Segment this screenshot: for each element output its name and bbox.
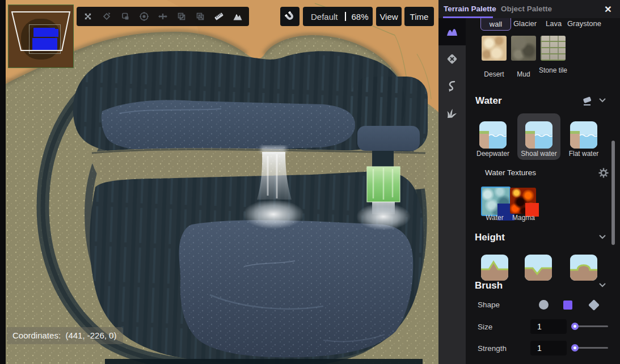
water-collapse-chevron-icon[interactable] [598, 98, 606, 103]
minimap-camera-frustum [9, 5, 73, 67]
tab-terrain-palette[interactable]: Terrain Palette [444, 0, 496, 18]
terrain-tile-label: Desert [479, 70, 509, 78]
water-item-label: Flat water [561, 150, 606, 158]
time-button[interactable]: Time [404, 7, 434, 26]
gear-icon[interactable] [598, 167, 609, 179]
eraser-icon[interactable] [581, 94, 594, 107]
path-icon [445, 79, 459, 93]
zoom-preset-label[interactable]: Default [311, 12, 338, 22]
brush-size-slider-knob[interactable] [571, 323, 579, 330]
sidetab-terrain[interactable] [438, 18, 466, 45]
brush-size-label: Size [478, 323, 492, 331]
height-collapse-chevron-icon[interactable] [598, 234, 606, 239]
close-icon[interactable]: × [602, 2, 614, 16]
water-textures-title: Water Textures [485, 168, 536, 177]
terrain-label-lava[interactable]: Lava [546, 19, 562, 28]
zoom-separator [345, 12, 346, 21]
brush-strength-label: Strength [478, 344, 507, 353]
magnet-icon [284, 11, 296, 22]
palette-panel: Terrain Palette Object Palette × [438, 0, 620, 364]
rotate-icon[interactable] [102, 11, 112, 22]
terrain-label-glacier[interactable]: Glacier [513, 19, 537, 28]
tiles-diamond-icon [445, 52, 459, 66]
water-texture-label: Magma [508, 214, 539, 222]
map-canvas[interactable]: Default 68% View Time Coordinates: (441,… [0, 0, 438, 364]
time-button-label: Time [410, 12, 429, 22]
tab-object-palette[interactable]: Object Palette [501, 0, 552, 18]
zoom-value[interactable]: 68% [352, 12, 369, 22]
layer-swap-alt-icon[interactable] [195, 11, 205, 22]
palette-header: Terrain Palette Object Palette × [438, 0, 620, 18]
water-item-shoal-water[interactable] [525, 121, 552, 149]
terrain-mountain-icon [445, 25, 459, 39]
move-icon[interactable] [83, 11, 93, 22]
ruler-icon[interactable] [214, 11, 224, 22]
brush-collapse-chevron-icon[interactable] [598, 282, 606, 287]
brush-shape-label: Shape [478, 300, 500, 309]
terrain-tile-label: Stone tile [538, 66, 568, 74]
brush-shape-square[interactable] [563, 300, 572, 310]
terrain-tile-desert[interactable] [482, 36, 507, 61]
app-window: Default 68% View Time Coordinates: (441,… [0, 0, 620, 364]
globe-icon[interactable] [139, 11, 149, 22]
sidetab-grass[interactable] [438, 100, 466, 127]
layer-swap-icon[interactable] [176, 11, 187, 22]
copy-icon[interactable] [120, 11, 130, 22]
palette-side-strip [438, 18, 466, 364]
brush-size-input[interactable] [530, 319, 567, 334]
brush-shape-circle[interactable] [539, 300, 549, 310]
sidetab-tiles[interactable] [438, 45, 466, 73]
water-section-title: Water [475, 95, 502, 107]
water-item-flat-water[interactable] [570, 121, 597, 149]
snap-button[interactable] [280, 7, 300, 26]
view-button-label: View [379, 12, 398, 22]
mountain-icon[interactable] [233, 11, 243, 22]
minimap[interactable] [8, 5, 74, 68]
zoom-control[interactable]: Default 68% [303, 7, 373, 26]
height-section-title: Height [475, 232, 505, 243]
height-raise-icon[interactable] [481, 255, 508, 281]
coordinates-readout: Coordinates: (441, -226, 0) [7, 327, 123, 344]
view-button[interactable]: View [376, 7, 402, 26]
axis-icon[interactable] [158, 11, 168, 22]
height-mound-icon[interactable] [570, 255, 597, 281]
water-item-deepwater[interactable] [479, 121, 507, 149]
brush-shape-diamond[interactable] [588, 299, 600, 311]
terrain-label-graystone[interactable]: Graystone [567, 19, 601, 28]
brush-strength-input[interactable] [530, 341, 567, 355]
transform-toolbar [77, 7, 249, 26]
terrain-tile-stone-tile[interactable] [541, 36, 566, 61]
brush-section-title: Brush [475, 280, 503, 291]
terrain-tile-mud[interactable] [511, 36, 536, 61]
terrain-chip-stone-wall[interactable]: Stone wall [480, 18, 511, 31]
water-texture-label: Water [479, 214, 511, 222]
brush-size-slider[interactable] [573, 325, 608, 327]
brush-strength-slider-knob[interactable] [571, 344, 579, 352]
brush-strength-slider[interactable] [573, 347, 608, 349]
terrain-tile-label: Mud [509, 70, 538, 78]
sidetab-path[interactable] [438, 73, 466, 100]
water-item-label: Deepwater [470, 150, 516, 158]
grass-icon [445, 107, 459, 120]
palette-content: Stone wall Glacier Lava Graystone Desert… [466, 18, 620, 364]
panel-scrollbar[interactable] [611, 141, 615, 245]
height-lower-icon[interactable] [525, 255, 552, 281]
water-item-label: Shoal water [516, 150, 562, 158]
